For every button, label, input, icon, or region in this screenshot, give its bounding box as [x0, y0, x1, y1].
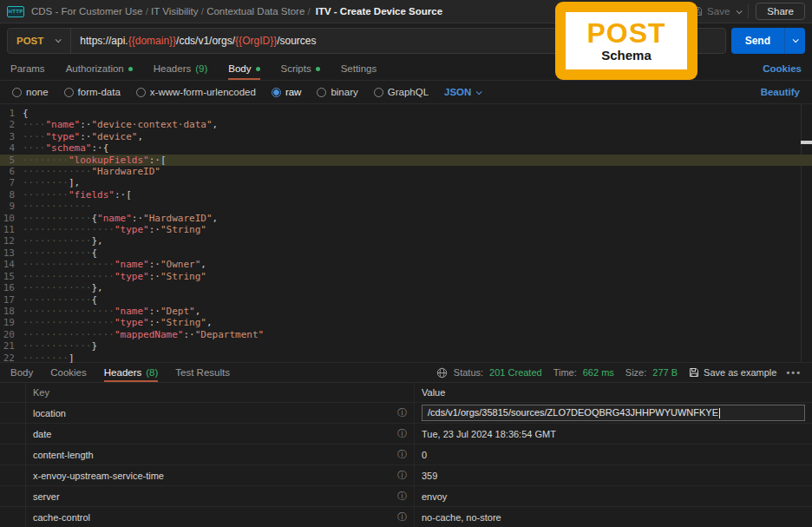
body-mode-form-data[interactable]: form-data: [64, 87, 121, 97]
tab-label: Settings: [341, 63, 377, 74]
body-mode-binary[interactable]: binary: [317, 87, 357, 97]
code-token: :·[: [115, 189, 132, 201]
tab-authorization[interactable]: Authorization: [66, 57, 133, 80]
tab-params[interactable]: Params: [10, 57, 45, 80]
size-value[interactable]: 277 B: [652, 367, 678, 378]
response-tab-cookies[interactable]: Cookies: [50, 363, 87, 382]
info-icon[interactable]: ⓘ: [397, 406, 407, 419]
response-tab-test-results[interactable]: Test Results: [175, 363, 230, 382]
code-token: "name": [97, 213, 132, 224]
network-icon[interactable]: [436, 367, 448, 379]
row-gutter: [0, 507, 26, 527]
body-mode-none[interactable]: none: [12, 87, 49, 97]
code-token: "HardwareID": [91, 166, 160, 177]
line-number: 14: [0, 259, 23, 270]
code-line: 3····"type":·"device",: [0, 131, 812, 142]
header-value-cell[interactable]: envoy: [415, 491, 812, 502]
breadcrumb-separator: /: [304, 6, 310, 16]
body-mode-GraphQL[interactable]: GraphQL: [374, 87, 429, 97]
save-button[interactable]: Save: [692, 6, 730, 16]
cookies-link[interactable]: Cookies: [763, 63, 802, 74]
code-token: "Owner": [160, 259, 200, 270]
header-value-cell[interactable]: Tue, 23 Jul 2024 18:36:54 GMT: [415, 429, 812, 439]
mode-label: form-data: [78, 87, 121, 97]
editor-scrollbar-thumb[interactable]: [801, 141, 812, 144]
post-schema-callout-inner: POST Schema: [566, 12, 687, 69]
key-column-header: Key: [33, 387, 49, 398]
code-token: ,: [206, 317, 213, 328]
tab-body[interactable]: Body: [228, 57, 259, 80]
language-selector[interactable]: JSON: [444, 87, 481, 97]
time-value[interactable]: 662 ms: [583, 367, 614, 378]
more-actions-button[interactable]: •••: [786, 367, 802, 378]
header-value-cell[interactable]: /cds/v1/orgs/35815/sources/ZLO7DEOQBRG43…: [415, 405, 812, 421]
line-content: ····"name":·"device·context·data",: [23, 119, 218, 130]
code-token: },: [91, 235, 102, 247]
code-token: :·: [149, 306, 160, 317]
info-icon[interactable]: ⓘ: [397, 427, 407, 440]
header-key-label: cache-control: [33, 512, 90, 523]
status-value[interactable]: 201 Created: [489, 367, 542, 378]
postman-window: HTTP CDS - For Customer Use / IT Visibil…: [0, 0, 812, 527]
info-icon[interactable]: ⓘ: [397, 448, 407, 461]
url-segment: /cds/v1/orgs/: [176, 35, 235, 47]
tab-scripts[interactable]: Scripts: [281, 57, 320, 80]
line-number: 9: [0, 201, 23, 212]
header-key-cell: x-envoy-upstream-service-timeⓘ: [26, 465, 415, 485]
share-button[interactable]: Share: [756, 3, 805, 20]
tab-settings[interactable]: Settings: [341, 57, 377, 80]
code-lines: 1{2····"name":·"device·context·data",3··…: [0, 108, 812, 364]
header-value-cell[interactable]: 359: [415, 471, 812, 481]
request-body-editor[interactable]: 1{2····"name":·"device·context·data",3··…: [0, 103, 812, 363]
tab-headers[interactable]: Headers(9): [154, 57, 208, 80]
breadcrumb-item[interactable]: CDS - For Customer Use: [31, 6, 142, 16]
save-as-example-button[interactable]: Save as example: [689, 367, 776, 378]
save-dropdown-chevron-icon[interactable]: [737, 8, 743, 14]
body-mode-raw[interactable]: raw: [272, 87, 302, 97]
code-token: :·: [80, 119, 91, 130]
url-input[interactable]: https://api.{{domain}}/cds/v1/orgs/{{Org…: [71, 35, 316, 47]
code-token: :·: [149, 317, 160, 328]
tab-label: Test Results: [175, 367, 230, 378]
breadcrumb-item[interactable]: IT Visibility: [151, 6, 199, 16]
header-value-cell[interactable]: no-cache, no-store: [415, 512, 812, 523]
method-label: POST: [16, 36, 43, 46]
code-token: ,: [200, 259, 206, 270]
radio-icon: [12, 88, 22, 97]
code-token: "String": [160, 271, 206, 282]
code-line: 21············}: [0, 340, 812, 352]
info-icon[interactable]: ⓘ: [397, 490, 407, 503]
size-label: Size:: [625, 367, 646, 378]
code-line: 6············"HardwareID": [0, 166, 812, 177]
code-token: "mappedName": [115, 329, 183, 340]
code-line: 22········]: [0, 352, 812, 364]
breadcrumb-item[interactable]: Contextual Data Store: [206, 6, 304, 16]
response-tab-headers[interactable]: Headers(8): [104, 363, 159, 382]
response-tab-body[interactable]: Body: [10, 363, 33, 382]
code-token: :·[: [149, 155, 167, 166]
method-selector[interactable]: POST: [8, 36, 70, 46]
info-icon[interactable]: ⓘ: [397, 511, 407, 524]
code-token: ,: [213, 213, 219, 224]
code-line: 16············},: [0, 282, 812, 293]
body-mode-row: noneform-datax-www-form-urlencodedrawbin…: [0, 81, 812, 103]
send-options-button[interactable]: [784, 28, 805, 54]
header-value-input[interactable]: /cds/v1/orgs/35815/sources/ZLO7DEOQBRG43…: [422, 405, 805, 421]
green-dot-icon: [316, 67, 320, 71]
send-button[interactable]: Send: [731, 28, 784, 54]
whitespace-dots: ············: [23, 235, 91, 247]
language-chevron-icon: [476, 89, 482, 95]
line-content: ············{: [23, 294, 97, 306]
line-number: 20: [0, 329, 23, 340]
code-line: 7········],: [0, 177, 812, 188]
header-value-cell[interactable]: 0: [415, 450, 812, 460]
code-line: 10············{"name":·"HardwareID",: [0, 213, 812, 224]
beautify-link[interactable]: Beautify: [761, 87, 800, 97]
table-row: content-lengthⓘ0: [0, 445, 812, 465]
info-icon[interactable]: ⓘ: [397, 469, 407, 482]
breadcrumb: CDS - For Customer Use / IT Visibility /…: [31, 6, 442, 16]
body-mode-x-www-form-urlencoded[interactable]: x-www-form-urlencoded: [136, 87, 256, 97]
callout-title: POST: [586, 19, 665, 47]
tab-count: (8): [146, 367, 158, 378]
table-row: dateⓘTue, 23 Jul 2024 18:36:54 GMT: [0, 424, 812, 445]
